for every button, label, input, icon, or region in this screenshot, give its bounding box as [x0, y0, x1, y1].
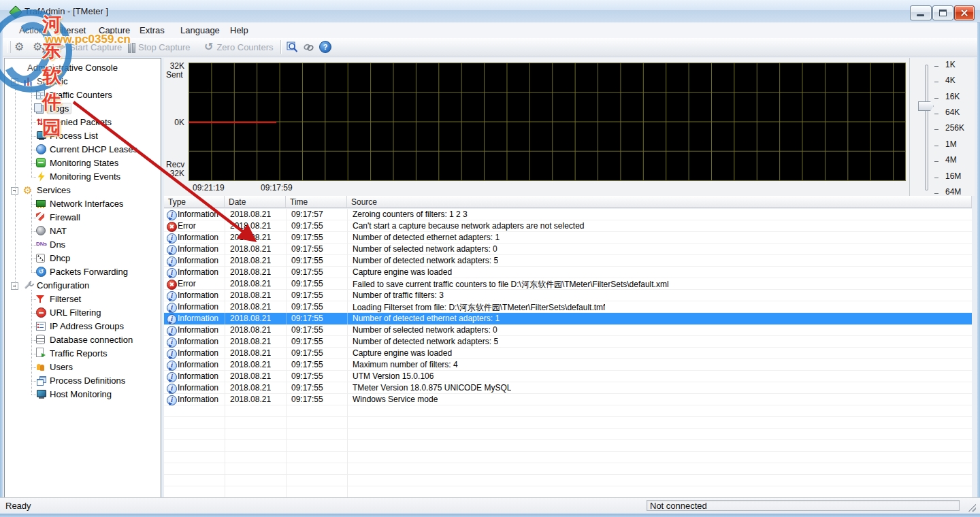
- log-row[interactable]: iInformation2018.08.2109:17:55TMeter Ver…: [164, 382, 972, 394]
- menu-language[interactable]: Language: [180, 25, 220, 35]
- menu-action[interactable]: Action: [19, 25, 44, 35]
- resize-grip[interactable]: [967, 503, 976, 512]
- log-source-cell: Number of detected ethernet adapters: 1: [353, 314, 500, 323]
- start-capture-button[interactable]: Start Capture: [57, 39, 122, 54]
- log-row[interactable]: iInformation2018.08.2109:17:55Number of …: [164, 290, 972, 301]
- log-source-cell: Number of selected network adapters: 0: [353, 244, 497, 254]
- column-header-source[interactable]: Source: [347, 196, 972, 208]
- log-row[interactable]: iInformation2018.08.2109:17:55Number of …: [164, 313, 972, 324]
- log-time-cell: 09:17:55: [291, 279, 323, 288]
- tree-item-monitoring-states[interactable]: Monitoring States: [5, 156, 161, 170]
- graph-y-bottom-label: 32K: [164, 169, 184, 178]
- log-row[interactable]: iInformation2018.08.2109:17:55UTM Versio…: [164, 371, 972, 382]
- selected-row-separator: [225, 313, 225, 324]
- log-time-cell: 09:17:55: [291, 371, 323, 381]
- tree-item-firewall[interactable]: Firewall: [5, 211, 161, 224]
- tree-connector-line: [31, 195, 32, 272]
- log-row[interactable]: iInformation2018.08.2109:17:55Capture en…: [164, 348, 972, 359]
- tree-item-current-dhcp-leases[interactable]: Current DHCP Leases: [5, 143, 161, 156]
- close-button[interactable]: [954, 5, 975, 20]
- column-header-time[interactable]: Time: [286, 196, 347, 208]
- restore-button[interactable]: [932, 5, 953, 20]
- status-ready: Ready: [5, 501, 31, 511]
- log-type-cell: Information: [178, 314, 218, 323]
- tree-item-logs[interactable]: Logs: [5, 102, 161, 116]
- scale-slider-track[interactable]: [925, 65, 928, 190]
- log-source-cell: Capture engine was loaded: [353, 348, 452, 358]
- tree-item-network-interfaces[interactable]: Network Interfaces: [5, 197, 161, 211]
- tree-item-filterset[interactable]: Filterset: [5, 293, 161, 306]
- log-row[interactable]: iInformation2018.08.2109:17:55Number of …: [164, 336, 972, 348]
- tree-item-traffic-reports[interactable]: Traffic Reports: [5, 347, 161, 361]
- log-row[interactable]: Error2018.08.2109:17:55Can't start a cap…: [164, 220, 972, 232]
- gear-x-button[interactable]: ⚙: [33, 39, 48, 54]
- filter-wizard-magnifier-icon: [287, 41, 298, 53]
- app-icon: [9, 5, 22, 19]
- log-source-cell: Failed to save current traffic counters …: [353, 279, 669, 290]
- traffic-graph-panel: 32K Sent 0K Recv 32K 09:21:19 09:17:59 1…: [164, 58, 975, 196]
- tree-item-monitoring-events[interactable]: Monitoring Events: [5, 170, 161, 184]
- minimize-button[interactable]: [910, 5, 932, 20]
- log-time-cell: 09:17:55: [291, 256, 323, 265]
- tree-item-label: Firewall: [50, 212, 80, 222]
- tree-item-process-definitions[interactable]: Process Definitions: [5, 374, 161, 388]
- log-row[interactable]: Error2018.08.2109:17:55Failed to save cu…: [164, 278, 972, 290]
- zero-counters-button[interactable]: ↺ Zero Counters: [204, 39, 274, 54]
- tree-item-configuration[interactable]: Configuration: [5, 279, 161, 293]
- log-row[interactable]: iInformation2018.08.2109:17:55Number of …: [164, 324, 972, 336]
- filter-wizard-button[interactable]: [287, 39, 298, 54]
- log-row[interactable]: iInformation2018.08.2109:17:57Zeroing co…: [164, 209, 972, 220]
- menu-filterset[interactable]: Filterset: [54, 25, 86, 35]
- log-type-cell: Information: [178, 360, 218, 369]
- column-header-date[interactable]: Date: [225, 196, 286, 208]
- scale-tick: [934, 66, 938, 67]
- log-date-cell: 2018.08.21: [230, 348, 271, 358]
- scale-slider-thumb[interactable]: [918, 101, 934, 111]
- log-row[interactable]: iInformation2018.08.2109:17:55Maximum nu…: [164, 359, 972, 371]
- toolbar-grip[interactable]: [7, 41, 11, 53]
- tree-item-packets-forwarding[interactable]: ↺Packets Forwarding: [5, 265, 161, 279]
- menu-help[interactable]: Help: [230, 25, 248, 35]
- tree-item-services[interactable]: ⚙Services: [5, 184, 161, 197]
- log-row[interactable]: iInformation2018.08.2109:17:55Loading Fi…: [164, 301, 972, 313]
- restore-icon: [939, 10, 947, 16]
- tree-item-denied-packets[interactable]: ⇅Denied Packets: [5, 116, 161, 129]
- tree-item-label: Network Interfaces: [50, 199, 123, 209]
- tree-item-users[interactable]: Users: [5, 361, 161, 374]
- log-row[interactable]: iInformation2018.08.2109:17:55Number of …: [164, 244, 972, 255]
- log-date-cell: 2018.08.21: [230, 314, 271, 323]
- tree-item-process-list[interactable]: Process List: [5, 129, 161, 143]
- column-header-type[interactable]: Type: [164, 196, 225, 208]
- log-date-cell: 2018.08.21: [230, 302, 271, 312]
- tree-item-nat[interactable]: NAT: [5, 224, 161, 238]
- tree-item-url-filtering[interactable]: URL Filtering: [5, 306, 161, 320]
- gear-button[interactable]: ⚙: [14, 39, 24, 54]
- tree-item-statistic[interactable]: Statistic: [5, 75, 161, 88]
- log-row[interactable]: iInformation2018.08.2109:17:55Number of …: [164, 255, 972, 267]
- connection-button[interactable]: [303, 39, 314, 54]
- log-time-cell: 09:17:55: [291, 221, 323, 231]
- forwarding-icon: ↺: [36, 267, 46, 277]
- tree-connector-line: [15, 78, 16, 288]
- tree-item-administrative-console[interactable]: Administrative Console: [5, 61, 161, 75]
- graph-recv-label: Recv: [166, 160, 184, 169]
- log-row[interactable]: iInformation2018.08.2109:17:55Windows Se…: [164, 394, 972, 405]
- tree-item-dhcp[interactable]: Dhcp: [5, 252, 161, 265]
- tree-item-dns[interactable]: Dns: [5, 238, 161, 252]
- tree-item-label: Configuration: [37, 280, 89, 290]
- log-time-cell: 09:17:55: [291, 290, 323, 300]
- scale-label-1k: 1K: [945, 60, 956, 69]
- tree-item-host-monitoring[interactable]: Host Monitoring: [5, 388, 161, 401]
- tree-connector-stub: [31, 272, 36, 273]
- information-icon: i: [167, 245, 177, 255]
- tree-item-ip-address-groups[interactable]: IP Address Groups: [5, 320, 161, 333]
- log-row[interactable]: iInformation2018.08.2109:17:55Capture en…: [164, 267, 972, 278]
- tree-item-database-connection[interactable]: Database connection: [5, 333, 161, 347]
- tree-item-traffic-counters[interactable]: Traffic Counters: [5, 88, 161, 102]
- log-row[interactable]: iInformation2018.08.2109:17:55Number of …: [164, 232, 972, 244]
- help-button[interactable]: ?: [319, 39, 331, 54]
- menu-extras[interactable]: Extras: [140, 25, 165, 35]
- stop-capture-button[interactable]: Stop Capture: [128, 39, 191, 54]
- menu-capture[interactable]: Capture: [99, 25, 130, 35]
- tree-connector-stub: [31, 95, 36, 96]
